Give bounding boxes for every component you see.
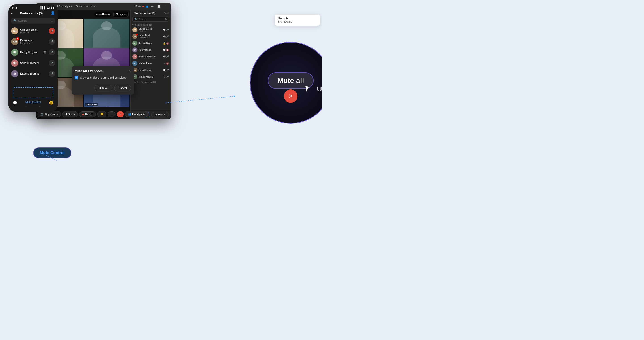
camera-icon: 📷: [40, 113, 44, 116]
back-icon[interactable]: ‹: [11, 11, 12, 15]
panel-participant-item: UP Umar Patel Presenter 💬 🎤: [130, 33, 170, 40]
zoom-in-icon[interactable]: +: [108, 13, 110, 16]
zoom-control[interactable]: − +: [94, 12, 112, 16]
participants-icon: 👥: [128, 113, 131, 116]
allow-unmute-checkbox[interactable]: ✓: [75, 76, 78, 80]
panel-title: Participants (10): [134, 12, 162, 15]
share-icon: ⬆: [65, 113, 67, 116]
phone-participant-list: CS Clarissa Smith Host, me 🎤 KW ▶ Kevin …: [8, 26, 58, 79]
more-button[interactable]: ...: [108, 112, 116, 117]
sort-icon[interactable]: ⇅: [165, 18, 167, 20]
mic-muted-button[interactable]: 🎤: [49, 28, 55, 34]
screen-icon: 🖥: [164, 62, 166, 65]
home-indicator: [26, 107, 40, 107]
mute-control-label: Mute Control: [26, 101, 41, 104]
avatar: HR: [11, 49, 18, 56]
zoom-slider[interactable]: [98, 14, 108, 14]
panel-participant-item: AB Austen Baker 🔒 🔇: [130, 40, 170, 46]
dialog-title: Mute All Attendees: [75, 69, 103, 73]
dialog-header: Mute All Attendees ✕: [72, 66, 134, 75]
checkbox-label: Allow attendees to unmute themselves: [80, 76, 126, 79]
mute-all-dialog: Mute All Attendees ✕ ✓ Allow attendees t…: [72, 66, 134, 94]
close-button[interactable]: ✕: [163, 4, 168, 8]
avatar: IB: [11, 70, 18, 78]
meeting-info-button[interactable]: ℹ Meeting info: [57, 5, 72, 8]
video-chevron[interactable]: ▾: [57, 113, 58, 116]
phone-search-bar[interactable]: 🔍 ⇅: [11, 18, 55, 24]
cancel-button[interactable]: Cancel: [114, 85, 131, 92]
search-tooltip-subtitle: the meeting: [278, 20, 317, 23]
mic-active-button[interactable]: 🎤: [49, 49, 55, 56]
panel-close-icon[interactable]: ✕: [166, 12, 169, 15]
participant-name: Henry Riggins: [20, 51, 42, 54]
mic-active-button[interactable]: 🎤: [49, 60, 55, 66]
maximize-button[interactable]: ⬜: [156, 4, 162, 8]
panel-participant-item: MH Murad Higgins 🖥 🎤: [130, 73, 170, 80]
panel-participant-item: SG Sofia Gomez 💬 🎤: [130, 67, 170, 73]
stop-video-button[interactable]: 📷 Stop video ▾: [38, 111, 61, 117]
popout-icon[interactable]: ⬡: [164, 12, 166, 15]
participants-indicator: 👥: [146, 5, 148, 8]
alt-label-icon: ⊡: [44, 50, 46, 54]
participant-name: Kevin Woo: [20, 39, 47, 42]
video-cell-name: Umar Patel: [85, 103, 98, 106]
in-meeting-label: In the meeting (8): [134, 24, 152, 26]
dialog-close-button[interactable]: ✕: [128, 69, 131, 73]
mic-active-button[interactable]: 🎤: [49, 71, 55, 77]
recording-indicator: ⏺: [142, 5, 144, 8]
video-toolbar: − + ⊞ Layout: [94, 12, 128, 17]
meeting-controls-bar: 🎤 Mute ▾ 📷 Stop video ▾ ⬆ Share ⏺ Record: [36, 111, 148, 117]
mic-active-button[interactable]: 🎤: [49, 38, 55, 45]
mic-icon: 🎤: [166, 56, 169, 58]
checkbox-row: ✓ Allow attendees to unmute themselves: [75, 76, 131, 80]
participants-button[interactable]: 👥 Participants: [125, 111, 148, 117]
phone-header: ‹ Participants (5) 👤: [8, 10, 58, 17]
mic-muted-icon: 🔇: [166, 62, 169, 65]
emoji-icon[interactable]: 😊: [49, 101, 54, 105]
phone-search-icon: 🔍: [14, 19, 17, 22]
more-icon: ...: [111, 113, 113, 116]
video-cell-name: [85, 46, 87, 47]
add-participant-icon[interactable]: 👤: [50, 11, 55, 15]
layout-button[interactable]: ⊞ Layout: [113, 12, 128, 17]
screen-icon: 🖥: [164, 76, 166, 78]
chat-icon[interactable]: 💬: [13, 101, 17, 105]
mute-control-pill[interactable]: Mute Control: [33, 148, 71, 158]
share-label: Share: [68, 113, 75, 116]
close-circle-button[interactable]: ✕: [284, 90, 298, 103]
panel-header: ▾ Participants (10) ⬡ ✕: [130, 10, 170, 16]
participant-name: Isabelle Brennan: [20, 72, 47, 76]
share-button[interactable]: ⬆ Share: [62, 111, 78, 117]
phone-status-icons: ▌▌▌ WiFi ▮: [40, 6, 54, 9]
show-menu-button[interactable]: Show menu bar ▾: [76, 5, 96, 8]
record-button[interactable]: ⏺ Record: [79, 112, 96, 117]
participant-name: Marise Torres: [139, 62, 162, 65]
collapse-icon[interactable]: ▾: [132, 12, 134, 14]
panel-search-input[interactable]: [138, 18, 164, 20]
not-in-meeting-section-label: ▾ Not in the meeting (2): [130, 80, 170, 84]
zoom-out-icon[interactable]: −: [96, 13, 98, 16]
list-item: KW ▶ Kevin Woo Presenter 🎤: [10, 36, 57, 47]
in-meeting-section-label: ▾ In the meeting (8): [130, 22, 170, 26]
participants-label: Participants: [132, 113, 145, 116]
cursor-pointer: [304, 86, 309, 92]
participant-name: Henry Riggs: [139, 49, 162, 51]
chat-icon: 💬: [163, 35, 166, 38]
reactions-button[interactable]: 😊: [98, 111, 106, 117]
section-collapse-icon[interactable]: ▾: [132, 24, 134, 26]
phone-sort-icon[interactable]: ⇅: [50, 19, 53, 22]
phone-search-input[interactable]: [18, 19, 49, 22]
minimize-button[interactable]: —: [150, 4, 155, 8]
panel-participant-item: HR Henry Riggs 💬 🔇: [130, 46, 170, 53]
unmute-all-button[interactable]: Unmute all: [151, 112, 169, 117]
meeting-info-label: Meeting info: [59, 5, 72, 8]
record-icon: ⏺: [82, 113, 84, 116]
phone-status-bar: 9:41 ▌▌▌ WiFi ▮: [8, 4, 58, 10]
participant-name: Clarissa Smith: [139, 28, 162, 30]
chevron-down-icon: ▾: [94, 5, 96, 8]
end-call-button[interactable]: ✕: [117, 111, 124, 117]
dialog-buttons: Mute All Cancel: [72, 83, 134, 94]
mute-all-confirm-button[interactable]: Mute All: [94, 85, 112, 92]
info-icon: ℹ: [57, 5, 58, 8]
panel-search-bar[interactable]: 🔍 ⇅: [132, 16, 169, 22]
